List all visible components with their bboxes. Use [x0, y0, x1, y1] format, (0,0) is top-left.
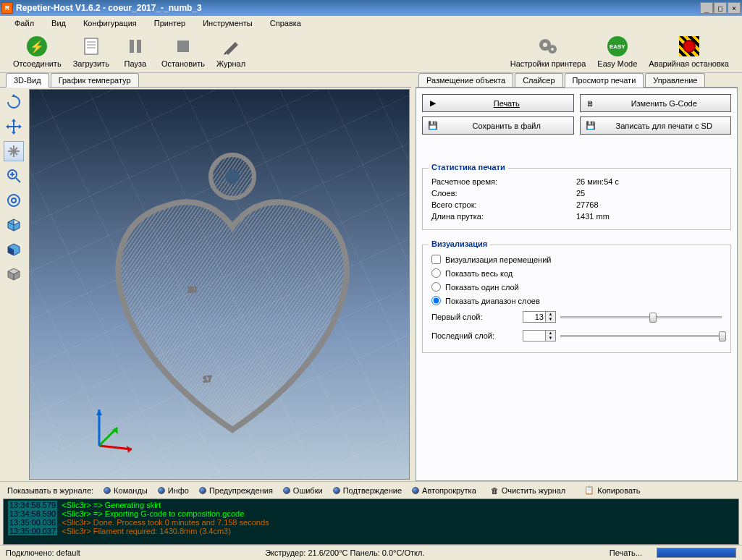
main-toolbar: ⚡ Отсоединить Загрузить Пауза Остановить… [0, 30, 742, 73]
easy-mode-button[interactable]: EASY Easy Mode [591, 33, 643, 69]
log-line: 13:35:00.037 <Slic3r> Filament required:… [8, 527, 734, 535]
disconnect-button[interactable]: ⚡ Отсоединить [7, 33, 67, 69]
spin-up-icon[interactable]: ▲ [545, 331, 555, 336]
stat-layers-value: 25 [576, 189, 585, 198]
window-title: Repetier-Host V1.6.2 - coeur_2017_-_numb… [16, 3, 700, 13]
rotate-view-button[interactable] [4, 92, 24, 112]
show-all-radio[interactable] [431, 268, 441, 278]
first-layer-spinner[interactable]: ▲▼ [523, 311, 556, 323]
stat-time-label: Расчетное время: [431, 177, 576, 186]
stat-lines-label: Всего строк: [431, 200, 576, 209]
save-sd-button[interactable]: 💾 Записать для печати с SD [580, 116, 732, 135]
svg-point-20 [225, 169, 240, 184]
3d-viewport[interactable]: 20 17 [29, 89, 410, 480]
tab-control[interactable]: Управление [645, 73, 705, 87]
edit-gcode-button[interactable]: 🗎 Изменить G-Code [580, 94, 732, 112]
document-icon [80, 35, 103, 58]
stat-lines-value: 27768 [576, 200, 599, 209]
save-icon: 💾 [427, 121, 439, 130]
axis-gizmo [85, 402, 143, 460]
tab-temp-graph[interactable]: График температур [51, 73, 139, 87]
log-line: 13:34:58.579 <Slic3r> => Generating skir… [8, 501, 734, 509]
status-bar: Подключено: default Экструдер: 21.6/200°… [0, 545, 742, 560]
last-layer-input[interactable] [523, 331, 545, 341]
minimize-button[interactable]: _ [700, 2, 713, 14]
print-button[interactable]: ▶ Печать [422, 94, 574, 112]
svg-point-16 [12, 198, 16, 203]
easy-icon: EASY [606, 35, 629, 58]
show-travel-checkbox[interactable] [431, 255, 441, 264]
copy-log-button[interactable]: 📋Копировать [580, 485, 644, 496]
stop-icon [172, 35, 195, 58]
plug-icon: ⚡ [27, 36, 47, 56]
menu-printer[interactable]: Принтер [146, 17, 194, 30]
tab-print-preview[interactable]: Просмотр печати [565, 73, 644, 88]
last-layer-slider[interactable] [560, 329, 722, 342]
spin-down-icon[interactable]: ▼ [545, 336, 555, 341]
menu-view[interactable]: Вид [43, 17, 75, 30]
menu-file[interactable]: Файл [6, 17, 43, 30]
maximize-button[interactable]: □ [714, 2, 727, 14]
filter-warnings[interactable]: Предупреждения [199, 486, 273, 495]
pause-button[interactable]: Пауза [115, 33, 156, 69]
close-button[interactable]: × [728, 2, 741, 14]
menu-tools[interactable]: Инструменты [194, 17, 261, 30]
clear-log-button[interactable]: 🗑Очистить журнал [486, 485, 570, 496]
log-filter-bar: Показывать в журнале: Команды Инфо Преду… [0, 481, 742, 499]
status-connection: Подключено: default [6, 548, 80, 557]
zoom-in-button[interactable] [4, 166, 24, 186]
fit-view-button[interactable] [4, 190, 24, 211]
svg-rect-0 [85, 38, 98, 54]
save-file-button[interactable]: 💾 Сохранить в файл [422, 116, 574, 135]
log-console[interactable]: 13:34:58.579 <Slic3r> => Generating skir… [3, 499, 739, 545]
tab-object-placement[interactable]: Размещение объекта [418, 73, 513, 87]
spin-down-icon[interactable]: ▼ [545, 317, 555, 322]
log-line: 13:35:00.036 <Slic3r> Done. Process took… [8, 518, 734, 527]
visualization-group: Визуализация Визуализация перемещений По… [422, 245, 731, 353]
document-icon: 🗎 [585, 99, 596, 108]
menu-bar: Файл Вид Конфигурация Принтер Инструмент… [0, 16, 742, 30]
show-single-radio[interactable] [431, 282, 441, 292]
emergency-stop-button[interactable]: Аварийная остановка [643, 33, 735, 69]
filter-autoscroll[interactable]: Автопрокрутка [412, 486, 476, 495]
show-range-radio[interactable] [431, 296, 441, 305]
svg-rect-5 [137, 40, 141, 53]
zoom-view-button[interactable] [4, 141, 24, 161]
svg-point-15 [8, 195, 20, 206]
pencil-icon [219, 35, 243, 58]
first-layer-input[interactable] [523, 312, 545, 322]
view-toolbar [0, 88, 28, 481]
svg-rect-6 [177, 41, 189, 52]
top-view-button[interactable] [4, 264, 24, 284]
tab-slicer[interactable]: Слайсер [515, 73, 562, 87]
spin-up-icon[interactable]: ▲ [545, 312, 555, 317]
filter-info[interactable]: Инфо [158, 486, 189, 495]
stat-time-value: 26 мин:54 с [576, 177, 619, 186]
gear-icon [536, 35, 560, 58]
stat-layers-label: Слоев: [431, 189, 576, 198]
menu-config[interactable]: Конфигурация [75, 17, 146, 30]
svg-line-12 [16, 178, 20, 182]
left-tab-bar: 3D-Вид График температур [0, 73, 411, 88]
first-layer-slider[interactable] [560, 310, 722, 323]
menu-help[interactable]: Справка [261, 17, 310, 30]
move-view-button[interactable] [4, 116, 24, 137]
front-view-button[interactable] [4, 239, 24, 260]
filter-ack[interactable]: Подтверждение [333, 486, 402, 495]
status-idle: Печать... [610, 548, 642, 557]
trash-icon: 🗑 [491, 486, 499, 495]
printer-settings-button[interactable]: Настройки принтера [505, 33, 592, 69]
isometric-button[interactable] [4, 215, 24, 235]
log-line: 13:34:58.590 <Slic3r> => Exporting G-cod… [8, 509, 734, 518]
filter-commands[interactable]: Команды [104, 486, 148, 495]
filter-errors[interactable]: Ошибки [283, 486, 323, 495]
sd-icon: 💾 [585, 121, 596, 130]
tab-3d-view[interactable]: 3D-Вид [6, 73, 49, 88]
stop-button[interactable]: Остановить [156, 33, 211, 69]
last-layer-spinner[interactable]: ▲▼ [523, 330, 556, 341]
app-icon: R [1, 2, 13, 14]
load-button[interactable]: Загрузить [67, 33, 115, 69]
progress-bar [657, 548, 736, 558]
log-button[interactable]: Журнал [211, 33, 251, 69]
stat-filament-label: Длина прутка: [431, 212, 576, 221]
